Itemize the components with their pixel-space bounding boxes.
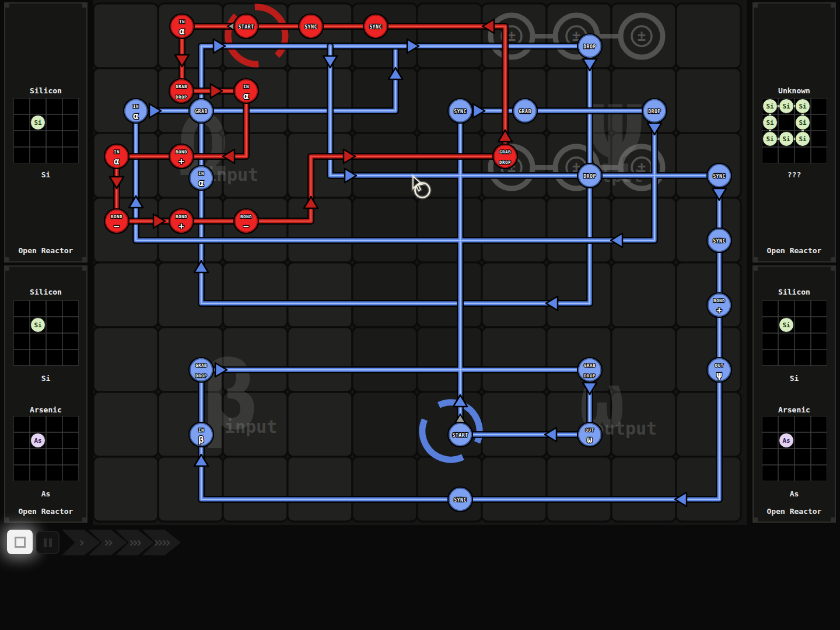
instruction-grab-drop[interactable]: GRABDROP [189,358,214,382]
open-reactor-button[interactable]: Open Reactor [754,507,835,516]
pause-playback-button[interactable] [36,531,60,554]
reactor-cell[interactable] [288,327,352,392]
reactor-cell[interactable] [482,198,547,262]
instruction-bond-+[interactable]: BOND+ [169,144,194,169]
open-reactor-button[interactable]: Open Reactor [754,246,835,255]
instruction-in-α[interactable]: INα [170,14,194,38]
reactor-cell[interactable] [288,392,352,457]
instruction-in-α[interactable]: INα [104,144,129,169]
reactor-cell[interactable] [417,4,482,68]
reactor-cell[interactable] [676,392,741,457]
reactor-cell[interactable] [417,457,482,522]
instruction-grab[interactable]: GRAB [513,99,537,123]
reactor-cell[interactable] [611,262,676,327]
reactor-cell[interactable] [417,133,482,198]
instruction-drop[interactable]: DROP [578,163,602,188]
reactor-cell[interactable] [223,457,288,522]
instruction-sync[interactable]: SYNC [448,99,473,123]
molecule-formula: As [754,489,835,498]
instruction-sync[interactable]: SYNC [707,228,732,253]
reactor-cell[interactable] [482,68,547,133]
instruction-sync[interactable]: SYNC [707,163,732,188]
reactor-cell[interactable] [223,262,288,327]
reactor-cell[interactable] [611,457,676,522]
reactor-cell[interactable] [417,327,482,392]
reactor-cell[interactable] [288,4,352,68]
instruction-in-α[interactable]: INα [234,79,258,103]
instruction-start[interactable]: START [448,422,473,447]
stop-icon [15,537,26,548]
svg-text:DROP: DROP [195,373,207,379]
instruction-sync[interactable]: SYNC [299,14,323,38]
reactor-cell[interactable] [288,198,352,262]
instruction-grab-drop[interactable]: GRABDROP [578,358,602,382]
reactor-cell[interactable] [547,262,611,327]
instruction-grab-drop[interactable]: GRABDROP [493,144,517,169]
reactor-cell[interactable] [547,198,611,262]
reactor-cell[interactable] [676,262,741,327]
svg-text:BOND: BOND [176,149,187,155]
panel-corner [752,2,758,8]
reactor-cell[interactable] [158,457,223,522]
reactor-cell[interactable] [288,133,352,198]
reactor-cell[interactable] [482,457,547,522]
reactor-cell[interactable] [352,133,417,198]
svg-text:±: ± [638,28,646,44]
instruction-drop[interactable]: DROP [578,34,602,58]
reactor-cell[interactable] [482,262,547,327]
panel-corner [831,257,836,262]
reactor-cell[interactable] [676,133,741,198]
reactor-cell[interactable] [288,262,352,327]
reactor-cell[interactable] [352,392,417,457]
reactor-cell[interactable] [482,327,547,392]
panel-corner [752,517,758,523]
reactor-cell[interactable] [288,457,352,522]
instruction-sync[interactable]: SYNC [448,487,473,512]
reactor-cell[interactable] [93,4,158,68]
bottom-toolbar: ›››››››››› Story & Info Exit Reactor 1 1… [0,525,840,630]
instruction-grab[interactable]: GRAB [189,99,214,123]
instruction-grab-drop[interactable]: GRABDROP [169,79,194,103]
reactor-cell[interactable] [93,392,158,457]
svg-text:SYNC: SYNC [369,24,382,30]
reactor-cell[interactable] [93,457,158,522]
reactor-cell[interactable] [158,262,223,327]
reactor-cell[interactable] [352,457,417,522]
instruction-out-ω[interactable]: OUTω [578,422,602,447]
reactor-cell[interactable] [352,68,417,133]
reactor-cell[interactable] [352,4,417,68]
instruction-out-ψ[interactable]: OUTψ [707,358,732,382]
reactor-cell[interactable] [352,198,417,262]
reactor-cell[interactable] [611,198,676,262]
instruction-bond-+[interactable]: BOND+ [169,209,194,233]
stop-button[interactable] [7,530,33,554]
reactor-cell[interactable] [676,4,741,68]
reactor-cell[interactable] [417,198,482,262]
reactor-cell[interactable] [352,262,417,327]
reactor-cell[interactable] [417,68,482,133]
reactor-cell[interactable] [352,327,417,392]
reactor-cell[interactable] [93,327,158,392]
atom-Si: Si [763,116,778,130]
reactor-cell[interactable] [93,68,158,133]
instruction-sync[interactable]: SYNC [363,14,388,38]
instruction-bond-−[interactable]: BOND− [234,209,258,233]
reactor-cell[interactable] [223,68,288,133]
reactor-cell[interactable] [547,457,611,522]
instruction-start[interactable]: START [234,14,258,38]
reactor-cell[interactable] [676,327,741,392]
instruction-drop[interactable]: DROP [642,99,667,123]
instruction-bond-+[interactable]: BOND+ [707,293,732,317]
reactor-cell[interactable] [417,262,482,327]
instruction-in-α[interactable]: INα [189,166,214,190]
instruction-bond-−[interactable]: BOND− [104,209,129,233]
reactor-cell[interactable] [93,262,158,327]
instruction-in-α[interactable]: INα [124,99,148,123]
reactor-canvas[interactable]: ΩinputβinputΨoutputωoutput±±±±±±INαSTART… [0,0,747,525]
reactor-cell[interactable] [676,68,741,133]
instruction-in-β[interactable]: INβ [189,422,214,447]
reactor-cell[interactable] [288,68,352,133]
reactor-cell[interactable] [676,457,741,522]
reactor-cell[interactable] [676,198,741,262]
reactor-cell[interactable] [482,392,547,457]
